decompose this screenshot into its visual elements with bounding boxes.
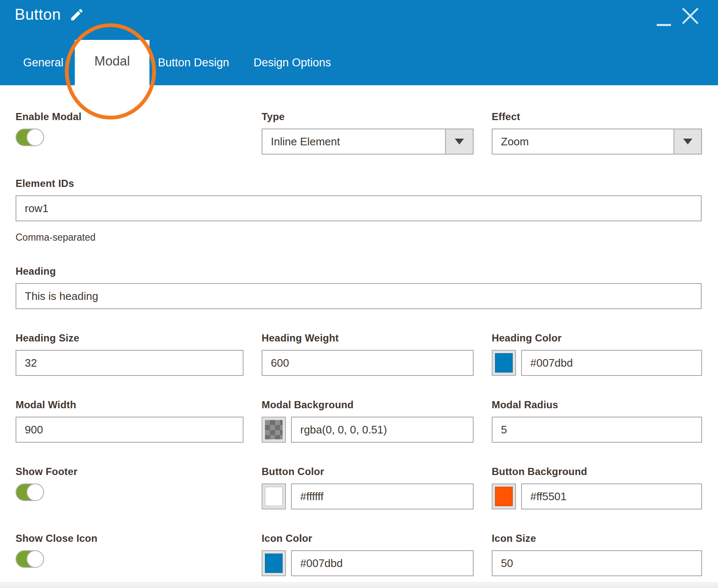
icon-size-label: Icon Size [492,533,702,543]
minimize-icon[interactable] [657,6,671,26]
field-heading-size: Heading Size [16,333,244,376]
tab-general[interactable]: General [23,56,63,69]
icon-size-input[interactable] [492,550,702,576]
pencil-icon[interactable] [69,7,84,22]
effect-select-value: Zoom [493,135,529,148]
heading-label: Heading [16,266,702,276]
modal-radius-input[interactable] [492,417,702,443]
toggle-knob [26,550,44,568]
tab-bar: General Modal Button Design Design Optio… [0,40,718,85]
show-footer-toggle[interactable] [16,483,44,501]
field-type: Type Inline Element [262,111,474,155]
heading-size-label: Heading Size [16,333,244,343]
field-modal-radius: Modal Radius [492,399,702,443]
type-select[interactable]: Inline Element [262,129,474,155]
field-heading-color: Heading Color [492,333,702,376]
modal-radius-label: Modal Radius [492,399,702,410]
effect-label: Effect [492,111,702,122]
modal-background-label: Modal Background [262,399,474,410]
heading-input[interactable] [16,283,702,309]
heading-color-input[interactable] [521,350,702,376]
field-show-close-icon: Show Close Icon [16,533,244,576]
type-label: Type [262,111,474,122]
close-icon[interactable] [680,6,700,26]
modal-background-input[interactable] [291,417,474,443]
heading-weight-input[interactable] [262,350,474,376]
type-select-button[interactable] [445,129,473,154]
modal-background-swatch[interactable] [262,417,286,443]
button-color-swatch[interactable] [262,483,286,509]
button-background-swatch[interactable] [492,483,516,509]
field-button-color: Button Color [262,466,474,509]
toggle-knob [26,129,44,146]
field-button-background: Button Background [492,466,702,509]
field-modal-background: Modal Background [262,399,474,443]
enable-modal-toggle[interactable] [16,129,44,146]
field-enable-modal: Enable Modal [16,111,244,155]
panel-bottom-edge [0,582,718,588]
field-icon-color: Icon Color [262,533,474,576]
tab-modal[interactable]: Modal [75,40,149,85]
heading-color-label: Heading Color [492,333,702,343]
field-modal-width: Modal Width [16,399,244,443]
type-select-value: Inline Element [262,135,340,148]
show-footer-label: Show Footer [16,466,244,477]
modal-width-label: Modal Width [16,399,244,410]
modal-settings-panel: Enable Modal Type Inline Element Effect … [0,85,718,588]
button-background-label: Button Background [492,466,702,477]
element-ids-input[interactable] [16,195,702,221]
tab-button-design[interactable]: Button Design [158,56,229,69]
color-preview [495,487,513,506]
show-close-icon-label: Show Close Icon [16,533,244,543]
icon-color-input[interactable] [291,550,474,576]
show-close-icon-toggle[interactable] [16,550,44,568]
chevron-down-icon [455,139,464,144]
field-effect: Effect Zoom [492,111,702,155]
toggle-knob [26,483,44,501]
dialog-title: Button [15,6,61,24]
modal-width-input[interactable] [16,417,244,443]
element-ids-help: Comma-separated [16,232,702,242]
tab-design-options[interactable]: Design Options [254,56,331,69]
field-icon-size: Icon Size [492,533,702,576]
icon-color-swatch[interactable] [262,550,286,576]
color-preview [265,487,283,506]
enable-modal-label: Enable Modal [16,111,244,122]
field-element-ids: Element IDs Comma-separated [16,178,702,242]
field-heading-weight: Heading Weight [262,333,474,376]
field-show-footer: Show Footer [16,466,244,509]
button-background-input[interactable] [521,483,702,509]
field-heading: Heading [16,266,702,309]
heading-size-input[interactable] [16,350,244,376]
button-color-input[interactable] [291,483,474,509]
heading-weight-label: Heading Weight [262,333,474,343]
transparent-checker-swatch [265,420,283,439]
color-preview [265,554,283,573]
element-ids-label: Element IDs [16,178,702,189]
effect-select[interactable]: Zoom [492,129,702,155]
effect-select-button[interactable] [673,129,701,154]
color-preview [495,353,513,373]
dialog-header: Button General Modal Button Design Desig… [0,0,718,85]
heading-color-swatch[interactable] [492,350,516,376]
button-color-label: Button Color [262,466,474,477]
chevron-down-icon [683,139,692,144]
icon-color-label: Icon Color [262,533,474,543]
